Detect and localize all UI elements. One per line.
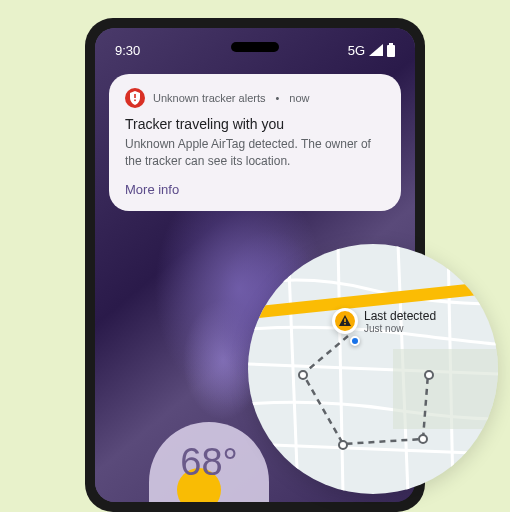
- svg-rect-2: [134, 94, 136, 98]
- notification-app-name: Unknown tracker alerts: [153, 92, 266, 104]
- notification-body: Unknown Apple AirTag detected. The owner…: [125, 136, 385, 170]
- path-waypoint: [338, 440, 348, 450]
- svg-rect-4: [393, 349, 498, 429]
- current-location-dot: [350, 336, 360, 346]
- notification-header: Unknown tracker alerts • now: [125, 88, 385, 108]
- separator-dot: •: [276, 92, 280, 104]
- more-info-button[interactable]: More info: [125, 182, 385, 197]
- svg-rect-3: [134, 100, 136, 102]
- last-detected-marker[interactable]: Last detected Just now: [332, 308, 436, 334]
- marker-label: Last detected Just now: [364, 309, 436, 334]
- marker-title: Last detected: [364, 309, 436, 323]
- battery-icon: [387, 43, 395, 57]
- svg-rect-5: [344, 319, 346, 323]
- map-detail-circle[interactable]: Last detected Just now: [248, 244, 498, 494]
- svg-rect-6: [344, 323, 346, 325]
- path-waypoint: [424, 370, 434, 380]
- network-label: 5G: [348, 43, 365, 58]
- status-time: 9:30: [115, 43, 140, 58]
- status-right: 5G: [348, 43, 395, 58]
- svg-rect-1: [387, 45, 395, 57]
- path-waypoint: [298, 370, 308, 380]
- notification-card[interactable]: Unknown tracker alerts • now Tracker tra…: [109, 74, 401, 211]
- warning-icon: [332, 308, 358, 334]
- signal-icon: [369, 44, 383, 56]
- notification-timestamp: now: [289, 92, 309, 104]
- marker-subtitle: Just now: [364, 323, 436, 334]
- status-bar: 9:30 5G: [95, 38, 415, 62]
- svg-rect-0: [389, 43, 393, 45]
- map-roads: [248, 244, 498, 494]
- path-waypoint: [418, 434, 428, 444]
- shield-alert-icon: [125, 88, 145, 108]
- weather-temperature: 68°: [180, 441, 237, 484]
- notification-title: Tracker traveling with you: [125, 116, 385, 132]
